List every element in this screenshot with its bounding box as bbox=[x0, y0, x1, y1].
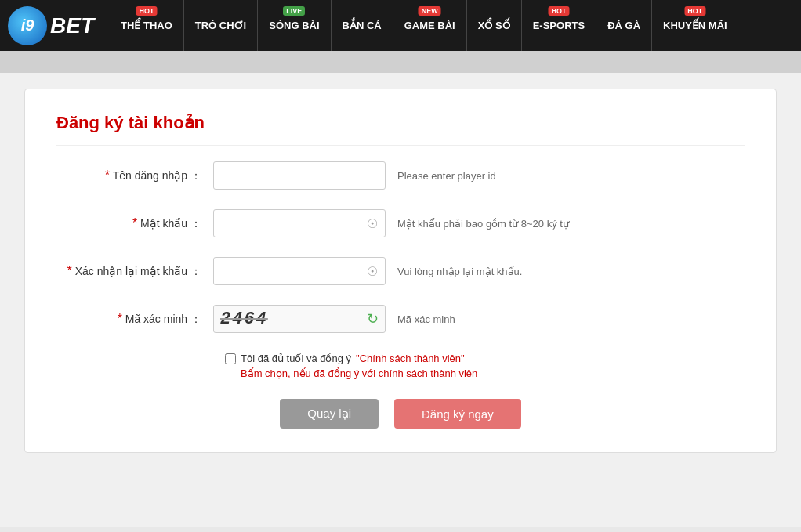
captcha-label: * Mã xác minh ： bbox=[56, 312, 213, 327]
confirm-password-row: * Xác nhận lại mật khẩu ： ☉ Vui lòng nhậ… bbox=[56, 257, 745, 285]
policy-warning-text: Bấm chọn, nếu đã đồng ý với chính sách t… bbox=[241, 367, 745, 379]
nav-item-gamebai[interactable]: NEW GAME BÀI bbox=[393, 0, 467, 51]
nav-item-games[interactable]: TRÒ CHƠI bbox=[184, 0, 258, 51]
captcha-row: * Mã xác minh ： 2464 ↻ Mã xác minh bbox=[56, 305, 745, 333]
password-input-wrapper: ☉ bbox=[213, 209, 386, 237]
policy-link[interactable]: "Chính sách thành viên" bbox=[356, 353, 465, 364]
captcha-refresh-icon[interactable]: ↻ bbox=[361, 310, 385, 328]
nav-label-esports: E-SPORTS bbox=[533, 20, 585, 31]
confirm-eye-icon[interactable]: ☉ bbox=[367, 264, 378, 279]
username-hint: Please enter player id bbox=[397, 170, 496, 182]
nav-label-cockfight: ĐÁ GÀ bbox=[607, 20, 640, 31]
badge-hot-sports: HOT bbox=[136, 6, 157, 16]
confirm-password-label: * Xác nhận lại mật khẩu ： bbox=[56, 264, 213, 279]
password-hint: Mật khẩu phải bao gồm từ 8~20 ký tự bbox=[397, 218, 569, 230]
username-label: * Tên đăng nhập ： bbox=[56, 168, 213, 183]
main-nav: HOT THỂ THAO TRÒ CHƠI LIVE SÒNG BÀI BẮN … bbox=[110, 0, 793, 51]
nav-label-sports: THỂ THAO bbox=[121, 20, 172, 31]
policy-agree-text: Tôi đã đủ tuổi và đồng ý bbox=[241, 353, 351, 364]
back-button[interactable]: Quay lại bbox=[280, 399, 379, 429]
registration-form: Đăng ký tài khoản * Tên đăng nhập ： Plea… bbox=[24, 89, 777, 453]
logo[interactable]: i9 BET bbox=[8, 6, 94, 45]
sub-nav-bar bbox=[0, 51, 801, 73]
confirm-password-hint: Vui lòng nhập lại mật khẩu. bbox=[397, 266, 522, 277]
confirm-password-input-wrapper: ☉ bbox=[213, 257, 386, 285]
nav-item-sports[interactable]: HOT THỂ THAO bbox=[110, 0, 184, 51]
form-buttons: Quay lại Đăng ký ngay bbox=[56, 399, 745, 429]
badge-live-casino: LIVE bbox=[283, 6, 305, 16]
nav-label-promo: KHUYẾN MÃI bbox=[663, 20, 727, 31]
policy-checkbox[interactable] bbox=[225, 353, 236, 364]
logo-icon: i9 bbox=[8, 6, 47, 45]
header: i9 BET HOT THỂ THAO TRÒ CHƠI LIVE SÒNG B… bbox=[0, 0, 801, 51]
password-input[interactable] bbox=[213, 209, 386, 237]
nav-item-cockfight[interactable]: ĐÁ GÀ bbox=[596, 0, 652, 51]
badge-new-gamebai: NEW bbox=[419, 6, 441, 16]
logo-bet-text: BET bbox=[50, 13, 94, 38]
nav-label-fish: BẮN CÁ bbox=[343, 20, 382, 31]
nav-item-esports[interactable]: HOT E-SPORTS bbox=[522, 0, 596, 51]
username-row: * Tên đăng nhập ： Please enter player id bbox=[56, 161, 745, 190]
form-title: Đăng ký tài khoản bbox=[56, 113, 745, 146]
nav-label-games: TRÒ CHƠI bbox=[195, 20, 246, 31]
password-label: * Mật khẩu ： bbox=[56, 216, 213, 231]
policy-checkbox-row: Tôi đã đủ tuổi và đồng ý "Chính sách thà… bbox=[225, 353, 745, 379]
captcha-image-text: 2464 bbox=[214, 309, 361, 329]
nav-label-gamebai: GAME BÀI bbox=[404, 20, 455, 31]
main-content: Đăng ký tài khoản * Tên đăng nhập ： Plea… bbox=[0, 73, 801, 527]
nav-item-casino[interactable]: LIVE SÒNG BÀI bbox=[258, 0, 331, 51]
policy-checkbox-line: Tôi đã đủ tuổi và đồng ý "Chính sách thà… bbox=[225, 353, 745, 364]
nav-item-promo[interactable]: HOT KHUYẾN MÃI bbox=[652, 0, 738, 51]
captcha-wrapper: 2464 ↻ bbox=[213, 305, 386, 333]
nav-label-lottery: XỔ SỐ bbox=[478, 20, 510, 31]
badge-hot-esports: HOT bbox=[548, 6, 569, 16]
nav-label-casino: SÒNG BÀI bbox=[269, 20, 319, 31]
badge-hot-promo: HOT bbox=[684, 6, 705, 16]
password-eye-icon[interactable]: ☉ bbox=[367, 216, 378, 231]
captcha-hint: Mã xác minh bbox=[397, 313, 455, 325]
username-input[interactable] bbox=[213, 161, 386, 190]
confirm-password-input[interactable] bbox=[213, 257, 386, 285]
nav-item-fish[interactable]: BẮN CÁ bbox=[332, 0, 393, 51]
nav-item-lottery[interactable]: XỔ SỐ bbox=[467, 0, 522, 51]
password-row: * Mật khẩu ： ☉ Mật khẩu phải bao gồm từ … bbox=[56, 209, 745, 237]
register-button[interactable]: Đăng ký ngay bbox=[394, 399, 521, 429]
